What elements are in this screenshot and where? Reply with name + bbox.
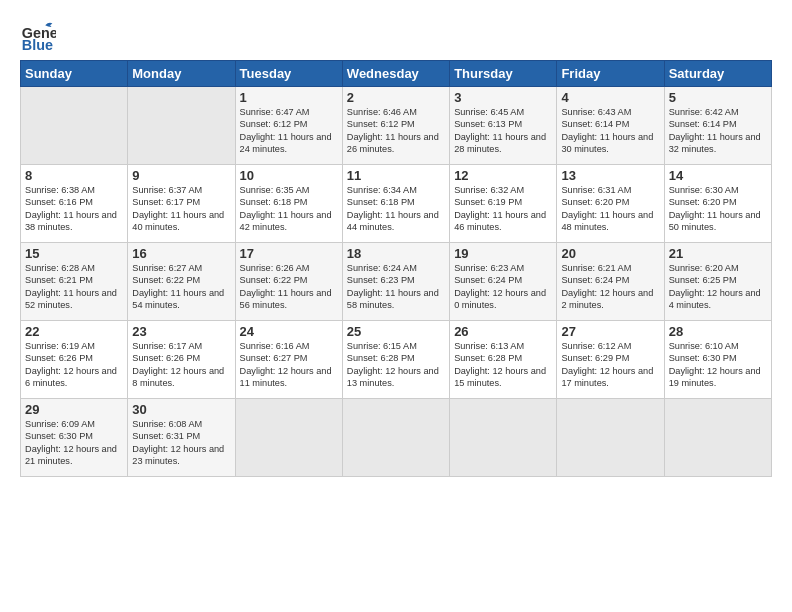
calendar-cell: 4Sunrise: 6:43 AMSunset: 6:14 PMDaylight…: [557, 87, 664, 165]
day-number: 16: [132, 246, 230, 261]
calendar-cell: 17Sunrise: 6:26 AMSunset: 6:22 PMDayligh…: [235, 243, 342, 321]
day-number: 24: [240, 324, 338, 339]
cell-info: Sunrise: 6:15 AMSunset: 6:28 PMDaylight:…: [347, 341, 439, 388]
cell-info: Sunrise: 6:24 AMSunset: 6:23 PMDaylight:…: [347, 263, 439, 310]
cell-info: Sunrise: 6:17 AMSunset: 6:26 PMDaylight:…: [132, 341, 224, 388]
calendar-cell: 10Sunrise: 6:35 AMSunset: 6:18 PMDayligh…: [235, 165, 342, 243]
day-number: 22: [25, 324, 123, 339]
calendar-cell: 13Sunrise: 6:31 AMSunset: 6:20 PMDayligh…: [557, 165, 664, 243]
col-header-sunday: Sunday: [21, 61, 128, 87]
day-number: 8: [25, 168, 123, 183]
day-number: 13: [561, 168, 659, 183]
calendar-cell: [664, 399, 771, 477]
logo: General Blue: [20, 18, 58, 54]
calendar-cell: 23Sunrise: 6:17 AMSunset: 6:26 PMDayligh…: [128, 321, 235, 399]
cell-info: Sunrise: 6:46 AMSunset: 6:12 PMDaylight:…: [347, 107, 439, 154]
cell-info: Sunrise: 6:10 AMSunset: 6:30 PMDaylight:…: [669, 341, 761, 388]
calendar-cell: 19Sunrise: 6:23 AMSunset: 6:24 PMDayligh…: [450, 243, 557, 321]
cell-info: Sunrise: 6:09 AMSunset: 6:30 PMDaylight:…: [25, 419, 117, 466]
day-number: 14: [669, 168, 767, 183]
day-number: 28: [669, 324, 767, 339]
col-header-friday: Friday: [557, 61, 664, 87]
calendar-cell: 14Sunrise: 6:30 AMSunset: 6:20 PMDayligh…: [664, 165, 771, 243]
day-number: 18: [347, 246, 445, 261]
calendar-cell: 22Sunrise: 6:19 AMSunset: 6:26 PMDayligh…: [21, 321, 128, 399]
logo-icon: General Blue: [20, 18, 56, 54]
calendar-cell: [342, 399, 449, 477]
calendar-cell: 27Sunrise: 6:12 AMSunset: 6:29 PMDayligh…: [557, 321, 664, 399]
calendar-cell: 25Sunrise: 6:15 AMSunset: 6:28 PMDayligh…: [342, 321, 449, 399]
col-header-wednesday: Wednesday: [342, 61, 449, 87]
day-number: 29: [25, 402, 123, 417]
day-number: 27: [561, 324, 659, 339]
calendar-cell: 30Sunrise: 6:08 AMSunset: 6:31 PMDayligh…: [128, 399, 235, 477]
day-number: 26: [454, 324, 552, 339]
col-header-monday: Monday: [128, 61, 235, 87]
calendar-cell: 26Sunrise: 6:13 AMSunset: 6:28 PMDayligh…: [450, 321, 557, 399]
calendar-cell: 5Sunrise: 6:42 AMSunset: 6:14 PMDaylight…: [664, 87, 771, 165]
day-number: 30: [132, 402, 230, 417]
day-number: 17: [240, 246, 338, 261]
calendar-cell: [128, 87, 235, 165]
calendar-cell: 16Sunrise: 6:27 AMSunset: 6:22 PMDayligh…: [128, 243, 235, 321]
calendar-cell: 9Sunrise: 6:37 AMSunset: 6:17 PMDaylight…: [128, 165, 235, 243]
cell-info: Sunrise: 6:23 AMSunset: 6:24 PMDaylight:…: [454, 263, 546, 310]
day-number: 19: [454, 246, 552, 261]
day-number: 5: [669, 90, 767, 105]
cell-info: Sunrise: 6:28 AMSunset: 6:21 PMDaylight:…: [25, 263, 117, 310]
calendar-cell: 15Sunrise: 6:28 AMSunset: 6:21 PMDayligh…: [21, 243, 128, 321]
cell-info: Sunrise: 6:38 AMSunset: 6:16 PMDaylight:…: [25, 185, 117, 232]
svg-text:Blue: Blue: [22, 37, 53, 53]
calendar-table: SundayMondayTuesdayWednesdayThursdayFrid…: [20, 60, 772, 477]
col-header-thursday: Thursday: [450, 61, 557, 87]
day-number: 9: [132, 168, 230, 183]
day-number: 25: [347, 324, 445, 339]
day-number: 11: [347, 168, 445, 183]
calendar-cell: 3Sunrise: 6:45 AMSunset: 6:13 PMDaylight…: [450, 87, 557, 165]
cell-info: Sunrise: 6:27 AMSunset: 6:22 PMDaylight:…: [132, 263, 224, 310]
day-number: 1: [240, 90, 338, 105]
cell-info: Sunrise: 6:45 AMSunset: 6:13 PMDaylight:…: [454, 107, 546, 154]
day-number: 23: [132, 324, 230, 339]
calendar-cell: 21Sunrise: 6:20 AMSunset: 6:25 PMDayligh…: [664, 243, 771, 321]
calendar-cell: 11Sunrise: 6:34 AMSunset: 6:18 PMDayligh…: [342, 165, 449, 243]
day-number: 15: [25, 246, 123, 261]
cell-info: Sunrise: 6:19 AMSunset: 6:26 PMDaylight:…: [25, 341, 117, 388]
cell-info: Sunrise: 6:08 AMSunset: 6:31 PMDaylight:…: [132, 419, 224, 466]
cell-info: Sunrise: 6:31 AMSunset: 6:20 PMDaylight:…: [561, 185, 653, 232]
cell-info: Sunrise: 6:43 AMSunset: 6:14 PMDaylight:…: [561, 107, 653, 154]
calendar-cell: [235, 399, 342, 477]
cell-info: Sunrise: 6:26 AMSunset: 6:22 PMDaylight:…: [240, 263, 332, 310]
calendar-cell: 20Sunrise: 6:21 AMSunset: 6:24 PMDayligh…: [557, 243, 664, 321]
calendar-cell: 8Sunrise: 6:38 AMSunset: 6:16 PMDaylight…: [21, 165, 128, 243]
calendar-cell: [557, 399, 664, 477]
calendar-cell: 28Sunrise: 6:10 AMSunset: 6:30 PMDayligh…: [664, 321, 771, 399]
cell-info: Sunrise: 6:32 AMSunset: 6:19 PMDaylight:…: [454, 185, 546, 232]
calendar-cell: 29Sunrise: 6:09 AMSunset: 6:30 PMDayligh…: [21, 399, 128, 477]
cell-info: Sunrise: 6:37 AMSunset: 6:17 PMDaylight:…: [132, 185, 224, 232]
day-number: 10: [240, 168, 338, 183]
cell-info: Sunrise: 6:13 AMSunset: 6:28 PMDaylight:…: [454, 341, 546, 388]
cell-info: Sunrise: 6:35 AMSunset: 6:18 PMDaylight:…: [240, 185, 332, 232]
calendar-cell: [450, 399, 557, 477]
cell-info: Sunrise: 6:21 AMSunset: 6:24 PMDaylight:…: [561, 263, 653, 310]
day-number: 4: [561, 90, 659, 105]
cell-info: Sunrise: 6:34 AMSunset: 6:18 PMDaylight:…: [347, 185, 439, 232]
cell-info: Sunrise: 6:12 AMSunset: 6:29 PMDaylight:…: [561, 341, 653, 388]
cell-info: Sunrise: 6:47 AMSunset: 6:12 PMDaylight:…: [240, 107, 332, 154]
calendar-cell: [21, 87, 128, 165]
calendar-cell: 18Sunrise: 6:24 AMSunset: 6:23 PMDayligh…: [342, 243, 449, 321]
calendar-cell: 12Sunrise: 6:32 AMSunset: 6:19 PMDayligh…: [450, 165, 557, 243]
day-number: 21: [669, 246, 767, 261]
cell-info: Sunrise: 6:20 AMSunset: 6:25 PMDaylight:…: [669, 263, 761, 310]
calendar-cell: 24Sunrise: 6:16 AMSunset: 6:27 PMDayligh…: [235, 321, 342, 399]
cell-info: Sunrise: 6:16 AMSunset: 6:27 PMDaylight:…: [240, 341, 332, 388]
day-number: 3: [454, 90, 552, 105]
day-number: 20: [561, 246, 659, 261]
day-number: 2: [347, 90, 445, 105]
day-number: 12: [454, 168, 552, 183]
col-header-saturday: Saturday: [664, 61, 771, 87]
col-header-tuesday: Tuesday: [235, 61, 342, 87]
cell-info: Sunrise: 6:30 AMSunset: 6:20 PMDaylight:…: [669, 185, 761, 232]
calendar-cell: 1Sunrise: 6:47 AMSunset: 6:12 PMDaylight…: [235, 87, 342, 165]
